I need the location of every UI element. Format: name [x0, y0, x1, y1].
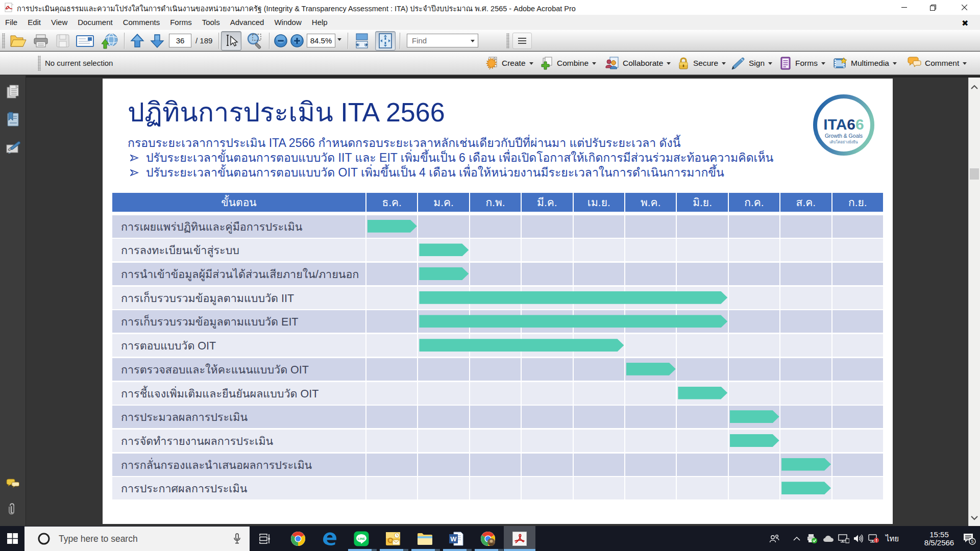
zoom-out-button[interactable] [272, 33, 289, 48]
multimedia-icon [833, 57, 847, 70]
scroll-up-icon[interactable] [970, 85, 978, 90]
tray-people-icon[interactable] [767, 526, 782, 551]
create-button[interactable]: Create [484, 52, 534, 75]
tasks-toolbar: No current selection Create Combine Coll… [0, 52, 980, 75]
toolbar-separator [124, 33, 125, 49]
taskbar-acrobat-button-active[interactable] [504, 526, 535, 551]
taskbar-word-button[interactable]: W [440, 526, 472, 551]
forms-button[interactable]: Forms [778, 52, 826, 75]
multimedia-button[interactable]: Multimedia [832, 52, 898, 75]
print-button[interactable] [31, 32, 51, 49]
tray-volume-icon[interactable] [851, 526, 866, 551]
zoom-in-button[interactable] [288, 33, 306, 48]
taskbar-edge-button[interactable] [314, 526, 346, 551]
menu-advanced[interactable]: Advanced [225, 15, 270, 30]
scrollbar-thumb[interactable] [970, 168, 979, 180]
vertical-scrollbar[interactable] [968, 78, 980, 527]
attachments-panel-icon[interactable] [6, 502, 21, 517]
combine-button[interactable]: Combine [539, 52, 597, 75]
collaborate-button[interactable]: Collaborate [604, 52, 672, 75]
svg-text:W: W [450, 535, 457, 542]
menu-comments[interactable]: Comments [118, 15, 165, 30]
comments-panel-icon[interactable] [6, 477, 21, 492]
taskbar-clock[interactable]: 15:55 8/5/2566 [916, 526, 963, 551]
sign-button[interactable]: Sign [729, 52, 773, 75]
taskbar-chrome-profile-button[interactable] [472, 526, 504, 551]
collaborate-dropdown-arrow [667, 62, 671, 65]
restore-button[interactable] [921, 0, 945, 15]
gantt-cell [574, 382, 624, 405]
next-page-button[interactable] [148, 32, 167, 49]
previous-page-button[interactable] [128, 32, 147, 49]
gantt-bar [419, 315, 727, 328]
zoom-level-input[interactable] [307, 34, 335, 47]
marquee-zoom-button[interactable] [244, 31, 266, 51]
email-button[interactable] [75, 32, 96, 49]
select-tool-button[interactable] [221, 31, 241, 51]
gantt-cell [832, 310, 883, 333]
task-view-button[interactable] [253, 526, 277, 551]
language-indicator[interactable]: ไทย [883, 526, 902, 551]
open-button[interactable] [9, 32, 28, 49]
menu-edit[interactable]: Edit [22, 15, 46, 30]
upload-button[interactable] [99, 32, 120, 50]
signatures-panel-icon[interactable] [6, 141, 21, 156]
menu-document[interactable]: Document [72, 15, 117, 30]
scrolling-mode-button[interactable] [352, 32, 372, 50]
taskbar-outlook-button[interactable]: O [377, 526, 409, 551]
gantt-bar [419, 243, 469, 256]
toolbar-menu-button[interactable] [512, 33, 532, 49]
menu-file[interactable]: File [0, 15, 22, 30]
menu-forms[interactable]: Forms [165, 15, 197, 30]
taskbar-search[interactable]: Type here to search [24, 527, 250, 551]
previous-page-icon [130, 33, 145, 48]
find-input[interactable]: Find [407, 34, 478, 47]
combine-label: Combine [557, 59, 589, 68]
gantt-cell [574, 406, 624, 428]
gantt-cell [625, 239, 676, 261]
menu-window[interactable]: Window [269, 15, 306, 30]
pdf-app-icon [5, 3, 14, 12]
toolbar-grip[interactable] [38, 56, 41, 71]
document-area-shadow [0, 76, 980, 78]
tray-printer-icon[interactable] [804, 526, 820, 551]
close-button[interactable] [952, 0, 976, 15]
page-title: ปฏิทินการประเมิน ITA 2566 [128, 91, 445, 133]
toolbar-grip[interactable] [506, 33, 509, 48]
gantt-cell [366, 358, 417, 381]
title-bar: การประเมินคุณธรรมและความโปร่งใสในการดำเน… [0, 0, 980, 15]
menu-help[interactable]: Help [307, 15, 333, 30]
tray-alert-icon[interactable] [866, 526, 881, 551]
save-button-disabled[interactable] [54, 32, 72, 49]
taskbar-line-button[interactable]: LINE [346, 526, 377, 551]
save-icon [56, 34, 70, 48]
secure-button[interactable]: Secure [676, 52, 727, 75]
fit-page-button[interactable] [375, 31, 396, 51]
zoom-dropdown-arrow[interactable] [337, 38, 341, 41]
pages-panel-icon[interactable] [6, 84, 21, 99]
gantt-cell [832, 430, 883, 452]
toolbar-grip[interactable] [2, 33, 5, 48]
menu-tools[interactable]: Tools [197, 15, 225, 30]
comment-button[interactable]: Comment [906, 52, 968, 75]
scroll-down-icon[interactable] [970, 515, 978, 520]
tray-onedrive-icon[interactable] [821, 526, 836, 551]
toolbar-separator [269, 33, 270, 49]
close-document-icon[interactable]: ✖ [962, 18, 968, 28]
taskbar-explorer-button[interactable] [409, 526, 440, 551]
gantt-cell [574, 215, 624, 238]
gantt-cell [832, 334, 883, 357]
gantt-cell [729, 215, 779, 238]
minimize-button[interactable] [892, 0, 916, 15]
page-number-input[interactable] [169, 34, 191, 47]
microphone-icon[interactable] [233, 533, 241, 544]
menu-view[interactable]: View [46, 15, 72, 30]
gantt-cell [418, 454, 469, 476]
tray-network-icon[interactable] [836, 526, 851, 551]
action-center-button[interactable]: 5 [959, 526, 980, 551]
tray-chevron-up-icon[interactable] [790, 526, 803, 551]
start-button[interactable] [0, 526, 24, 551]
find-dropdown-arrow[interactable] [471, 40, 475, 42]
bookmarks-panel-icon[interactable] [6, 112, 21, 127]
taskbar-chrome-button[interactable] [282, 526, 314, 551]
